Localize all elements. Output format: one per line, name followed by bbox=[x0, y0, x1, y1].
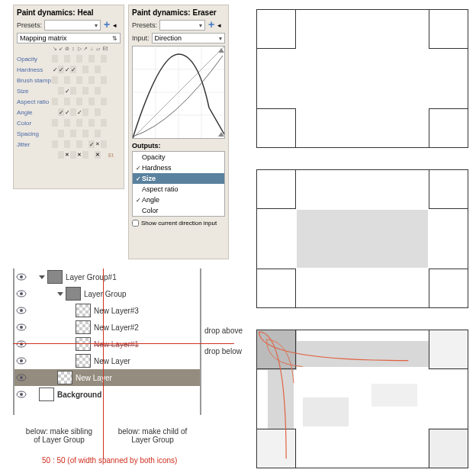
matrix-cell[interactable] bbox=[82, 66, 88, 73]
matrix-cell[interactable] bbox=[58, 140, 64, 148]
matrix-cell[interactable] bbox=[64, 66, 70, 73]
matrix-cell[interactable] bbox=[76, 130, 82, 137]
matrix-cell[interactable] bbox=[88, 87, 95, 95]
matrix-cell[interactable] bbox=[101, 119, 107, 127]
layer-name[interactable]: New Layer#3 bbox=[94, 307, 139, 315]
matrix-cell[interactable] bbox=[70, 108, 76, 116]
layer-name[interactable]: Background bbox=[57, 391, 101, 399]
presets-dropdown[interactable]: ▾ bbox=[44, 20, 101, 31]
matrix-cell[interactable] bbox=[82, 76, 88, 84]
matrix-cell[interactable] bbox=[64, 119, 70, 127]
add-preset-button[interactable]: + bbox=[102, 21, 111, 30]
matrix-cell[interactable] bbox=[58, 87, 64, 95]
matrix-cell[interactable] bbox=[88, 98, 95, 105]
matrix-cell[interactable] bbox=[64, 55, 70, 63]
matrix-cell[interactable] bbox=[76, 66, 82, 73]
layer-name[interactable]: New Layer#1 bbox=[94, 340, 139, 349]
visibility-eye-icon[interactable] bbox=[16, 287, 28, 301]
matrix-cell[interactable] bbox=[52, 55, 58, 63]
matrix-footer-cell[interactable]: ✕ bbox=[64, 151, 70, 159]
layer-name[interactable]: Layer Group#1 bbox=[66, 273, 117, 281]
show-direction-row[interactable]: Show current direction input bbox=[132, 220, 225, 227]
matrix-cell[interactable] bbox=[82, 130, 88, 137]
matrix-cell[interactable] bbox=[70, 130, 76, 137]
show-direction-checkbox[interactable] bbox=[132, 220, 139, 227]
output-item[interactable]: Opacity bbox=[133, 152, 224, 162]
matrix-cell[interactable] bbox=[52, 87, 58, 95]
matrix-cell[interactable] bbox=[88, 140, 95, 148]
matrix-cell[interactable] bbox=[101, 98, 107, 105]
matrix-cell[interactable] bbox=[101, 140, 107, 148]
matrix-cell[interactable] bbox=[95, 119, 101, 127]
matrix-cell[interactable] bbox=[70, 119, 76, 127]
layer-row[interactable]: New Layer#1 bbox=[14, 336, 200, 352]
preset-menu-icon[interactable]: ◂ bbox=[217, 21, 225, 29]
matrix-cell[interactable] bbox=[82, 140, 88, 148]
matrix-cell[interactable] bbox=[52, 98, 58, 105]
matrix-footer-cell[interactable]: ✕ bbox=[76, 151, 82, 159]
matrix-cell[interactable] bbox=[58, 98, 64, 105]
matrix-footer-cell[interactable] bbox=[101, 151, 107, 159]
visibility-eye-icon[interactable] bbox=[16, 320, 28, 334]
matrix-cell[interactable] bbox=[95, 140, 101, 148]
output-item[interactable]: ✓Hardness bbox=[133, 162, 224, 173]
expand-triangle-icon[interactable] bbox=[57, 292, 63, 296]
matrix-cell[interactable] bbox=[76, 98, 82, 105]
matrix-footer-cell[interactable] bbox=[58, 151, 64, 159]
matrix-cell[interactable] bbox=[70, 87, 76, 95]
matrix-cell[interactable] bbox=[70, 55, 76, 63]
matrix-cell[interactable] bbox=[101, 87, 107, 95]
matrix-cell[interactable] bbox=[64, 108, 70, 116]
layer-name[interactable]: New Layer bbox=[94, 357, 130, 365]
add-preset-button[interactable]: + bbox=[207, 21, 216, 30]
output-item[interactable]: Aspect ratio bbox=[133, 184, 224, 195]
matrix-cell[interactable] bbox=[70, 76, 76, 84]
matrix-cell[interactable] bbox=[76, 55, 82, 63]
layer-row[interactable]: New Layer bbox=[14, 369, 200, 386]
matrix-cell[interactable] bbox=[88, 108, 95, 116]
matrix-cell[interactable] bbox=[52, 108, 58, 116]
layer-name[interactable]: New Layer bbox=[76, 374, 112, 382]
output-item[interactable]: Color bbox=[133, 205, 224, 216]
matrix-cell[interactable] bbox=[52, 140, 58, 148]
layer-row[interactable]: Layer Group bbox=[14, 285, 200, 302]
layer-row[interactable]: New Layer#2 bbox=[14, 319, 200, 336]
layer-name[interactable]: Layer Group bbox=[84, 290, 127, 298]
matrix-cell[interactable] bbox=[64, 140, 70, 148]
presets-dropdown[interactable]: ▾ bbox=[159, 20, 205, 31]
matrix-cell[interactable] bbox=[70, 98, 76, 105]
dynamics-curve-editor[interactable] bbox=[132, 46, 225, 139]
matrix-cell[interactable] bbox=[95, 130, 101, 137]
visibility-eye-icon[interactable] bbox=[16, 371, 28, 384]
matrix-cell[interactable] bbox=[101, 66, 107, 73]
matrix-footer-cell[interactable] bbox=[52, 151, 58, 159]
matrix-cell[interactable] bbox=[82, 119, 88, 127]
visibility-eye-icon[interactable] bbox=[16, 304, 28, 317]
matrix-cell[interactable] bbox=[58, 76, 64, 84]
expand-triangle-icon[interactable] bbox=[39, 275, 45, 279]
matrix-cell[interactable] bbox=[95, 98, 101, 105]
matrix-cell[interactable] bbox=[88, 76, 95, 84]
preset-menu-icon[interactable]: ◂ bbox=[113, 21, 121, 29]
matrix-cell[interactable] bbox=[88, 119, 95, 127]
visibility-eye-icon[interactable] bbox=[16, 354, 28, 368]
matrix-cell[interactable] bbox=[58, 130, 64, 137]
mapping-dropdown[interactable]: Mapping matrix⇅ bbox=[17, 33, 121, 43]
output-item[interactable]: ✓Size bbox=[133, 173, 224, 184]
matrix-cell[interactable] bbox=[88, 66, 95, 73]
matrix-cell[interactable] bbox=[95, 87, 101, 95]
matrix-cell[interactable] bbox=[82, 98, 88, 105]
matrix-cell[interactable] bbox=[82, 108, 88, 116]
matrix-cell[interactable] bbox=[52, 119, 58, 127]
matrix-cell[interactable] bbox=[101, 108, 107, 116]
matrix-cell[interactable] bbox=[58, 119, 64, 127]
matrix-cell[interactable] bbox=[95, 55, 101, 63]
matrix-cell[interactable] bbox=[64, 87, 70, 95]
matrix-cell[interactable] bbox=[52, 66, 58, 73]
matrix-cell[interactable] bbox=[58, 55, 64, 63]
matrix-cell[interactable] bbox=[95, 66, 101, 73]
matrix-cell[interactable] bbox=[101, 55, 107, 63]
matrix-cell[interactable] bbox=[76, 76, 82, 84]
matrix-cell[interactable] bbox=[52, 76, 58, 84]
matrix-cell[interactable] bbox=[95, 76, 101, 84]
